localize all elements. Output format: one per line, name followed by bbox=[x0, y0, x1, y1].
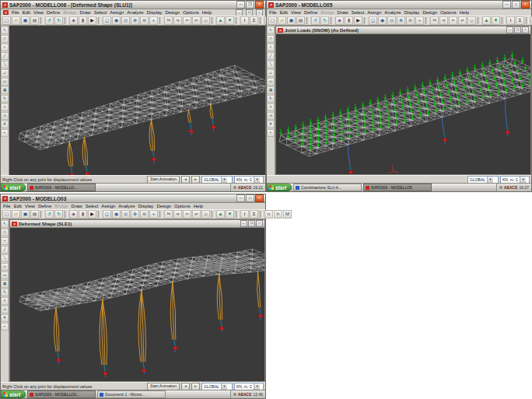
menu-item-display[interactable]: Display bbox=[404, 10, 420, 15]
taskbar-item[interactable]: SAP2000 - MODELLO5 bbox=[363, 184, 432, 191]
side-toolbar-quick-draw-frame-button[interactable]: ╲ bbox=[1, 254, 9, 262]
side-toolbar-draw-area-button[interactable]: ▱ bbox=[1, 69, 9, 77]
model-viewport[interactable] bbox=[10, 228, 264, 381]
toolbar-new-model-button[interactable]: ▢ bbox=[2, 210, 11, 219]
side-toolbar-quick-draw-area-button[interactable]: ▭ bbox=[267, 78, 275, 86]
toolbar-xy-view-button[interactable]: xy bbox=[439, 16, 448, 25]
menu-item-select[interactable]: Select bbox=[352, 10, 365, 15]
side-toolbar-snap-to-joints-button[interactable]: ⊙ bbox=[267, 112, 275, 120]
menu-item-define[interactable]: Define bbox=[47, 10, 60, 15]
toolbar-pan-button[interactable]: + bbox=[149, 16, 158, 25]
toolbar-xz-view-button[interactable]: xz bbox=[183, 210, 191, 219]
toolbar-refresh-window-button[interactable]: ◈ bbox=[69, 210, 78, 219]
start-button[interactable]: start bbox=[1, 390, 26, 398]
toolbar-down-one-gridline-button[interactable]: ▼ bbox=[226, 210, 234, 219]
menu-item-draw[interactable]: Draw bbox=[338, 10, 348, 15]
side-toolbar-draw-frame-button[interactable]: ╱ bbox=[1, 246, 9, 254]
toolbar-previous-zoom-button[interactable]: ◎ bbox=[121, 16, 130, 25]
toolbar-perspective-view-button[interactable]: ◇ bbox=[201, 210, 210, 219]
child-minimize-button[interactable]: — bbox=[506, 26, 513, 33]
menu-item-edit[interactable]: Edit bbox=[280, 10, 288, 15]
toolbar-refresh-window-button[interactable]: ◈ bbox=[69, 16, 78, 25]
units-select[interactable]: KN, m, C▼ bbox=[500, 176, 530, 184]
toolbar-lock-model-button[interactable]: ▮ bbox=[79, 210, 87, 219]
toolbar-quick-draw-frame-button[interactable]: n bbox=[264, 210, 273, 219]
coordinate-system-select[interactable]: GLOBAL▼ bbox=[467, 176, 499, 184]
menu-item-help[interactable]: Help bbox=[460, 10, 469, 15]
toolbar-assign-frame-sections-button[interactable]: I bbox=[240, 210, 249, 219]
side-toolbar-snap-to-joints-button[interactable]: ⊙ bbox=[1, 306, 9, 313]
menu-item-options[interactable]: Options bbox=[174, 204, 191, 208]
menu-item-options[interactable]: Options bbox=[183, 10, 199, 15]
toolbar-zoom-out-button[interactable]: ⊖ bbox=[406, 16, 415, 25]
toolbar-undo-button[interactable]: ↺ bbox=[45, 16, 54, 25]
toolbar-xz-view-button[interactable]: xz bbox=[183, 16, 191, 25]
toolbar-xy-view-button[interactable]: xy bbox=[173, 16, 182, 25]
title-bar[interactable]: ✕ SAP2000 - MODELLO05 — □ × bbox=[267, 1, 531, 9]
toolbar-redo-button[interactable]: ↻ bbox=[54, 16, 63, 25]
title-bar[interactable]: ✕ SAP2000 - MODELLO06 - [Deformed Shape … bbox=[1, 1, 265, 9]
menu-item-view[interactable]: View bbox=[291, 10, 301, 15]
units-select[interactable]: KN, m, C▼ bbox=[234, 383, 264, 390]
coordinate-system-select[interactable]: GLOBAL▼ bbox=[201, 176, 233, 184]
toolbar-run-analysis-button[interactable]: ▶ bbox=[354, 16, 362, 25]
toolbar-undo-button[interactable]: ↺ bbox=[311, 16, 320, 25]
menu-item-help[interactable]: Help bbox=[202, 10, 212, 15]
side-toolbar-more-tools-button[interactable]: ▪ bbox=[1, 323, 9, 331]
toolbar-up-one-gridline-button[interactable]: ▲ bbox=[216, 210, 225, 219]
close-button[interactable]: × bbox=[255, 1, 264, 9]
child-title-bar[interactable]: ✕ Deformed Shape (SLE1) — ❐ × bbox=[10, 220, 264, 228]
menu-item-design[interactable]: Design bbox=[165, 10, 180, 15]
side-toolbar-clear-selection-button[interactable]: × bbox=[1, 297, 9, 305]
toolbar-open-file-button[interactable]: ▱ bbox=[12, 210, 20, 219]
toolbar-perspective-view-button[interactable]: ◇ bbox=[467, 16, 476, 25]
side-toolbar-quick-draw-frame-button[interactable]: ╲ bbox=[1, 61, 9, 68]
side-toolbar-previous-selection-button[interactable]: ↻ bbox=[267, 95, 275, 103]
toolbar-yz-view-button[interactable]: yz bbox=[458, 16, 467, 25]
menu-item-edit[interactable]: Edit bbox=[23, 10, 30, 15]
toolbar-new-model-button[interactable]: ▢ bbox=[2, 16, 11, 25]
toolbar-previous-zoom-button[interactable]: ◎ bbox=[121, 210, 130, 219]
toolbar-undo-button[interactable]: ↺ bbox=[45, 210, 54, 219]
menu-item-analyze[interactable]: Analyze bbox=[384, 10, 401, 15]
toolbar-zoom-in-button[interactable]: ⊕ bbox=[397, 16, 405, 25]
toolbar-show-member-forces-button[interactable]: Σ bbox=[516, 16, 524, 25]
toolbar-up-one-gridline-button[interactable]: ▲ bbox=[216, 16, 225, 25]
child-minimize-button[interactable]: — bbox=[240, 220, 247, 227]
toolbar-lock-model-button[interactable]: ▮ bbox=[79, 16, 87, 25]
side-toolbar-show-grid-button[interactable]: # bbox=[1, 121, 9, 128]
side-toolbar-reshape-element-button[interactable]: ◇ bbox=[1, 229, 9, 236]
menu-item-analyze[interactable]: Analyze bbox=[127, 10, 143, 15]
previous-step-button[interactable]: ◄ bbox=[181, 383, 190, 390]
taskbar-item[interactable]: SAP2000 - MODELLO... bbox=[27, 184, 96, 191]
child-close-button[interactable]: × bbox=[256, 220, 263, 227]
start-button[interactable]: start bbox=[267, 184, 292, 191]
menu-item-assign[interactable]: Assign bbox=[101, 204, 115, 208]
start-animation-button[interactable]: Start Animation bbox=[147, 176, 180, 184]
toolbar-up-one-gridline-button[interactable]: ▲ bbox=[482, 16, 491, 25]
maximize-button[interactable]: □ bbox=[512, 1, 520, 9]
toolbar-3d-view-button[interactable]: 3d bbox=[164, 210, 173, 219]
previous-step-button[interactable]: ◄ bbox=[181, 176, 190, 184]
toolbar-open-file-button[interactable]: ▱ bbox=[278, 16, 286, 25]
menu-item-design[interactable]: Design bbox=[422, 10, 437, 15]
toolbar-open-file-button[interactable]: ▱ bbox=[12, 16, 20, 25]
menu-item-assign[interactable]: Assign bbox=[110, 10, 124, 15]
child-title-bar[interactable]: ✕ Joint Loads (SNOW) (As Defined) — ❐ × bbox=[276, 26, 530, 34]
toolbar-3d-view-button[interactable]: 3d bbox=[430, 16, 439, 25]
menu-item-analyze[interactable]: Analyze bbox=[118, 204, 135, 208]
side-toolbar-previous-selection-button[interactable]: ↻ bbox=[1, 95, 9, 103]
side-toolbar-show-grid-button[interactable]: # bbox=[267, 121, 275, 128]
side-toolbar-draw-area-button[interactable]: ▱ bbox=[267, 69, 275, 77]
minimize-button[interactable]: — bbox=[236, 194, 245, 202]
toolbar-run-analysis-button[interactable]: ▶ bbox=[88, 210, 96, 219]
toolbar-print-button[interactable]: ▤ bbox=[296, 16, 305, 25]
menu-item-view[interactable]: View bbox=[25, 204, 35, 208]
toolbar-redo-button[interactable]: ↻ bbox=[54, 210, 63, 219]
side-toolbar-select-all-button[interactable]: ▦ bbox=[1, 280, 9, 288]
side-toolbar-draw-area-button[interactable]: ▱ bbox=[1, 263, 9, 271]
start-animation-button[interactable]: Start Animation bbox=[147, 383, 180, 390]
side-toolbar-draw-joint-button[interactable]: • bbox=[267, 44, 275, 51]
toolbar-pan-button[interactable]: + bbox=[149, 210, 158, 219]
toolbar-refresh-window-button[interactable]: ◈ bbox=[335, 16, 344, 25]
